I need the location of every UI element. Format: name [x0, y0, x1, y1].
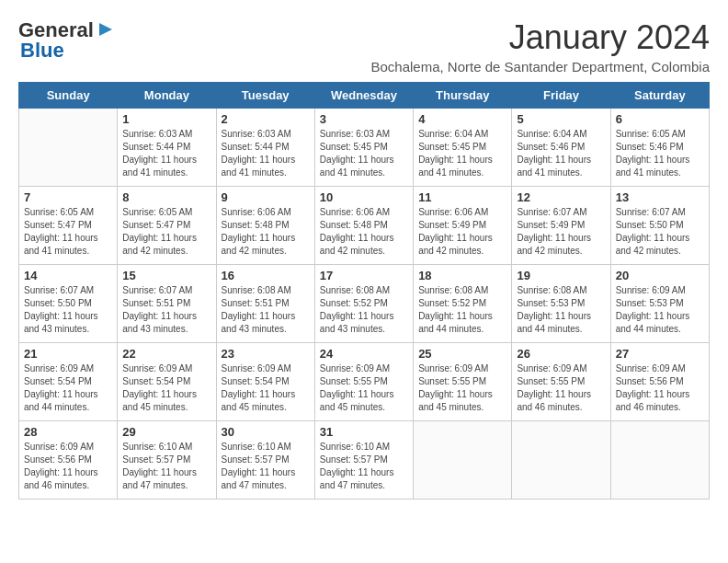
weekday-header-thursday: Thursday [414, 83, 512, 109]
calendar-day-cell: 9Sunrise: 6:06 AMSunset: 5:48 PMDaylight… [216, 187, 314, 265]
day-number: 19 [517, 269, 605, 282]
logo: General Blue [18, 18, 116, 63]
calendar-week-row: 14Sunrise: 6:07 AMSunset: 5:50 PMDayligh… [19, 265, 710, 343]
day-info: Sunrise: 6:08 AMSunset: 5:51 PMDaylight:… [222, 284, 310, 336]
day-number: 4 [418, 112, 506, 126]
calendar-day-cell: 7Sunrise: 6:05 AMSunset: 5:47 PMDaylight… [19, 187, 118, 265]
day-info: Sunrise: 6:09 AMSunset: 5:54 PMDaylight:… [24, 362, 112, 414]
day-number: 5 [517, 112, 605, 126]
day-info: Sunrise: 6:03 AMSunset: 5:44 PMDaylight:… [222, 128, 310, 179]
day-info: Sunrise: 6:07 AMSunset: 5:51 PMDaylight:… [122, 284, 210, 336]
day-info: Sunrise: 6:06 AMSunset: 5:49 PMDaylight:… [418, 206, 506, 258]
calendar-day-cell: 4Sunrise: 6:04 AMSunset: 5:45 PMDaylight… [414, 109, 512, 187]
day-number: 23 [222, 347, 310, 361]
day-number: 7 [24, 190, 112, 204]
calendar-day-cell: 20Sunrise: 6:09 AMSunset: 5:53 PMDayligh… [610, 265, 709, 343]
day-info: Sunrise: 6:07 AMSunset: 5:49 PMDaylight:… [517, 206, 605, 258]
calendar-day-cell [414, 421, 512, 500]
calendar-day-cell: 10Sunrise: 6:06 AMSunset: 5:48 PMDayligh… [314, 187, 413, 265]
day-number: 28 [24, 425, 112, 439]
day-number: 11 [418, 190, 506, 204]
calendar-day-cell: 26Sunrise: 6:09 AMSunset: 5:55 PMDayligh… [512, 343, 610, 421]
day-info: Sunrise: 6:09 AMSunset: 5:55 PMDaylight:… [418, 362, 506, 414]
svg-marker-0 [99, 23, 112, 36]
day-info: Sunrise: 6:09 AMSunset: 5:56 PMDaylight:… [24, 441, 112, 492]
day-number: 21 [24, 347, 112, 361]
day-number: 2 [222, 112, 310, 126]
calendar-day-cell: 18Sunrise: 6:08 AMSunset: 5:52 PMDayligh… [414, 265, 512, 343]
calendar-day-cell: 24Sunrise: 6:09 AMSunset: 5:55 PMDayligh… [314, 343, 413, 421]
day-info: Sunrise: 6:03 AMSunset: 5:45 PMDaylight:… [320, 128, 408, 179]
day-number: 16 [222, 269, 310, 282]
day-number: 1 [122, 112, 210, 126]
calendar-day-cell: 12Sunrise: 6:07 AMSunset: 5:49 PMDayligh… [512, 187, 610, 265]
day-number: 3 [320, 112, 408, 126]
calendar-day-cell: 30Sunrise: 6:10 AMSunset: 5:57 PMDayligh… [216, 421, 314, 500]
weekday-header-wednesday: Wednesday [314, 83, 413, 109]
logo-arrow-icon [96, 19, 116, 40]
calendar-day-cell: 28Sunrise: 6:09 AMSunset: 5:56 PMDayligh… [19, 421, 118, 500]
day-number: 9 [222, 190, 310, 204]
calendar-day-cell: 8Sunrise: 6:05 AMSunset: 5:47 PMDaylight… [118, 187, 216, 265]
day-info: Sunrise: 6:10 AMSunset: 5:57 PMDaylight:… [122, 441, 210, 492]
day-number: 17 [320, 269, 408, 282]
calendar-day-cell: 14Sunrise: 6:07 AMSunset: 5:50 PMDayligh… [19, 265, 118, 343]
logo-blue: Blue [20, 39, 64, 63]
calendar-day-cell: 23Sunrise: 6:09 AMSunset: 5:54 PMDayligh… [216, 343, 314, 421]
day-info: Sunrise: 6:03 AMSunset: 5:44 PMDaylight:… [122, 128, 210, 179]
day-info: Sunrise: 6:05 AMSunset: 5:47 PMDaylight:… [24, 206, 112, 258]
calendar-day-cell [512, 421, 610, 500]
calendar-day-cell: 6Sunrise: 6:05 AMSunset: 5:46 PMDaylight… [610, 109, 709, 187]
day-info: Sunrise: 6:10 AMSunset: 5:57 PMDaylight:… [320, 441, 408, 492]
day-info: Sunrise: 6:09 AMSunset: 5:54 PMDaylight:… [222, 362, 310, 414]
day-info: Sunrise: 6:07 AMSunset: 5:50 PMDaylight:… [24, 284, 112, 336]
calendar-week-row: 7Sunrise: 6:05 AMSunset: 5:47 PMDaylight… [19, 187, 710, 265]
day-info: Sunrise: 6:08 AMSunset: 5:52 PMDaylight:… [418, 284, 506, 336]
weekday-header-monday: Monday [118, 83, 216, 109]
day-info: Sunrise: 6:09 AMSunset: 5:55 PMDaylight:… [320, 362, 408, 414]
day-number: 10 [320, 190, 408, 204]
day-info: Sunrise: 6:06 AMSunset: 5:48 PMDaylight:… [222, 206, 310, 258]
page-header: General Blue January 2024 Bochalema, Nor… [18, 18, 710, 75]
day-number: 18 [418, 269, 506, 282]
day-info: Sunrise: 6:05 AMSunset: 5:47 PMDaylight:… [122, 206, 210, 258]
day-number: 25 [418, 347, 506, 361]
day-number: 30 [222, 425, 310, 439]
day-info: Sunrise: 6:04 AMSunset: 5:46 PMDaylight:… [517, 128, 605, 179]
weekday-header-saturday: Saturday [610, 83, 709, 109]
day-number: 15 [122, 269, 210, 282]
day-number: 29 [122, 425, 210, 439]
calendar-day-cell: 29Sunrise: 6:10 AMSunset: 5:57 PMDayligh… [118, 421, 216, 500]
calendar-day-cell: 22Sunrise: 6:09 AMSunset: 5:54 PMDayligh… [118, 343, 216, 421]
calendar-day-cell: 17Sunrise: 6:08 AMSunset: 5:52 PMDayligh… [314, 265, 413, 343]
weekday-header-tuesday: Tuesday [216, 83, 314, 109]
weekday-header-sunday: Sunday [19, 83, 118, 109]
day-number: 6 [616, 112, 704, 126]
day-info: Sunrise: 6:09 AMSunset: 5:54 PMDaylight:… [122, 362, 210, 414]
calendar-day-cell: 19Sunrise: 6:08 AMSunset: 5:53 PMDayligh… [512, 265, 610, 343]
day-number: 8 [122, 190, 210, 204]
calendar-day-cell: 25Sunrise: 6:09 AMSunset: 5:55 PMDayligh… [414, 343, 512, 421]
day-info: Sunrise: 6:09 AMSunset: 5:56 PMDaylight:… [616, 362, 704, 414]
calendar-day-cell: 27Sunrise: 6:09 AMSunset: 5:56 PMDayligh… [610, 343, 709, 421]
day-number: 22 [122, 347, 210, 361]
day-number: 12 [517, 190, 605, 204]
calendar-day-cell: 11Sunrise: 6:06 AMSunset: 5:49 PMDayligh… [414, 187, 512, 265]
calendar-day-cell: 2Sunrise: 6:03 AMSunset: 5:44 PMDaylight… [216, 109, 314, 187]
day-number: 14 [24, 269, 112, 282]
calendar-day-cell: 1Sunrise: 6:03 AMSunset: 5:44 PMDaylight… [118, 109, 216, 187]
day-info: Sunrise: 6:04 AMSunset: 5:45 PMDaylight:… [418, 128, 506, 179]
calendar-day-cell: 5Sunrise: 6:04 AMSunset: 5:46 PMDaylight… [512, 109, 610, 187]
calendar-day-cell: 13Sunrise: 6:07 AMSunset: 5:50 PMDayligh… [610, 187, 709, 265]
day-number: 13 [616, 190, 704, 204]
month-title: January 2024 [370, 18, 710, 57]
calendar-week-row: 28Sunrise: 6:09 AMSunset: 5:56 PMDayligh… [19, 421, 710, 500]
day-info: Sunrise: 6:07 AMSunset: 5:50 PMDaylight:… [616, 206, 704, 258]
calendar-day-cell: 21Sunrise: 6:09 AMSunset: 5:54 PMDayligh… [19, 343, 118, 421]
calendar-day-cell [610, 421, 709, 500]
day-info: Sunrise: 6:06 AMSunset: 5:48 PMDaylight:… [320, 206, 408, 258]
calendar-day-cell: 15Sunrise: 6:07 AMSunset: 5:51 PMDayligh… [118, 265, 216, 343]
calendar-week-row: 21Sunrise: 6:09 AMSunset: 5:54 PMDayligh… [19, 343, 710, 421]
day-info: Sunrise: 6:05 AMSunset: 5:46 PMDaylight:… [616, 128, 704, 179]
day-info: Sunrise: 6:09 AMSunset: 5:55 PMDaylight:… [517, 362, 605, 414]
